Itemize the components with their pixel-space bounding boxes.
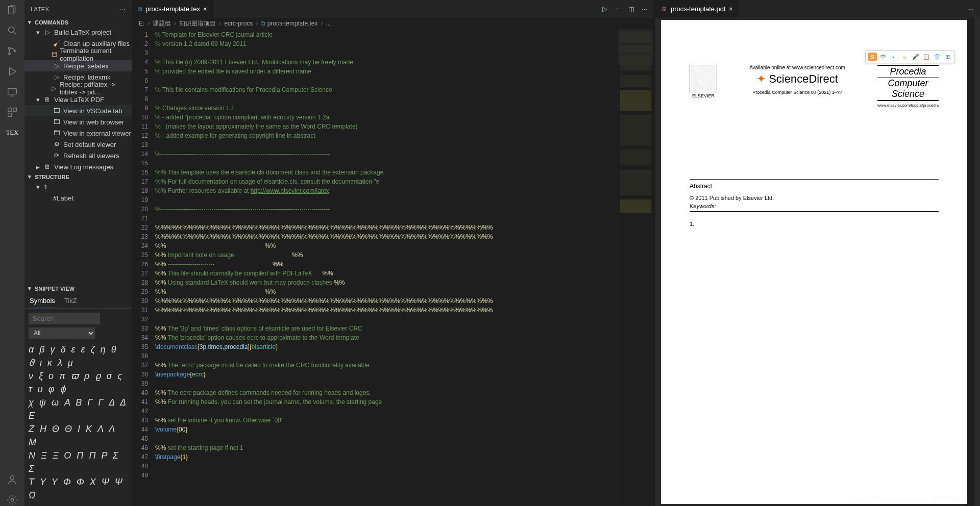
extensions-icon[interactable] (6, 106, 18, 118)
snippet-view: ▾SNIPPET VIEW Symbols TikZ All α β γ δ ε… (24, 284, 132, 506)
minimap[interactable] (618, 29, 653, 506)
breadcrumb-seg[interactable]: ecrc-procs (224, 20, 253, 27)
settings-icon[interactable] (6, 494, 18, 506)
ime-icon[interactable]: S (868, 53, 877, 61)
split-down-icon[interactable]: ⫟ (615, 5, 621, 13)
sidebar-item[interactable]: ⚙Set default viewer (24, 139, 132, 150)
elsevier-logo: ELSEVIER (690, 65, 717, 98)
structure-item[interactable]: #Label: (24, 192, 132, 204)
ime-icon[interactable]: ☺ (900, 53, 909, 61)
activity-bar: TEX (0, 0, 24, 506)
svg-rect-4 (8, 89, 17, 94)
tab-tex[interactable]: ⧉ procs-template.tex × (132, 0, 214, 18)
ime-icon[interactable]: •, (890, 53, 898, 61)
symbol-row[interactable]: ν ξ ο π ϖ ρ ϱ σ ς τ υ φ ϕ (29, 369, 128, 396)
close-icon[interactable]: × (729, 5, 733, 13)
svg-point-2 (9, 53, 11, 55)
svg-point-8 (10, 476, 14, 479)
breadcrumb-seg[interactable]: E: (139, 20, 144, 27)
ime-icon[interactable]: 中 (879, 53, 888, 61)
breadcrumb-seg[interactable]: ... (326, 20, 331, 27)
ime-icon[interactable]: 👕 (933, 53, 941, 61)
sidebar-title: LATEX ··· (24, 0, 132, 18)
journal-ref: Procedia Computer Science 00 (2021) 1–?? (749, 90, 845, 95)
pdf-scrollbar[interactable] (967, 18, 974, 506)
structure-item[interactable]: ▾1 (24, 181, 132, 192)
ime-icon[interactable]: 🎤 (911, 53, 920, 61)
sidebar-item[interactable]: ▾▷Build LaTeX project (24, 27, 132, 38)
svg-rect-7 (8, 113, 11, 116)
sidebar-item[interactable]: ▸🗎View Log messages (24, 161, 132, 172)
sidebar-item[interactable]: ▷Recipe: pdflatex -> bibtex -> pd... (24, 83, 132, 94)
sidebar-item[interactable]: ⟳Refresh all viewers (24, 150, 132, 161)
close-icon[interactable]: × (203, 5, 207, 13)
symbol-row[interactable]: Z H Θ Θ I K Λ Λ M (29, 422, 128, 449)
breadcrumb-seg[interactable]: 课题组 (153, 19, 171, 28)
sidebar-item[interactable]: □Terminate current compilation (24, 49, 132, 60)
line-gutter: 1234567891011121314151617181920212223242… (132, 29, 155, 506)
svg-rect-6 (13, 108, 16, 111)
symbol-row[interactable]: χ ψ ω A B Γ Γ Δ Δ E (29, 396, 128, 422)
snippet-tab-symbols[interactable]: Symbols (30, 295, 55, 308)
available-text: Available online at www.sciencedirect.co… (749, 65, 845, 70)
remote-icon[interactable] (6, 86, 18, 98)
snippet-header[interactable]: ▾SNIPPET VIEW (24, 284, 132, 293)
copyright-text: © 2011 Published by Elsevier Ltd. (690, 195, 939, 201)
page-marker: 1. (690, 221, 939, 227)
procedia-logo: Procedia Computer Science www.elsevier.c… (877, 65, 939, 108)
ime-toolbar[interactable]: S中•,☺🎤📋👕⊞ (865, 50, 955, 63)
structure-header[interactable]: ▾STRUCTURE (24, 172, 132, 181)
tab-pdf[interactable]: 🗎 procs-template.pdf × (655, 0, 739, 18)
abstract-heading: Abstract (690, 183, 939, 190)
sciencedirect-logo: ✦ ScienceDirect (749, 72, 845, 86)
watermark: https://blog.csdn.net/qq_35708047 (851, 495, 966, 503)
sidebar-item[interactable]: 🗔View in web browser (24, 116, 132, 128)
svg-rect-5 (8, 108, 11, 111)
files-icon[interactable] (6, 4, 18, 16)
code-editor[interactable]: % Template for Elsevier CRC journal arti… (155, 29, 618, 506)
pdf-viewport[interactable]: S中•,☺🎤📋👕⊞ ELSEVIER Available online at w… (655, 18, 980, 506)
snippet-search-input[interactable] (29, 313, 100, 324)
symbol-row[interactable]: T Υ Υ Φ Φ X Ψ Ψ Ω (29, 475, 128, 502)
scm-icon[interactable] (6, 45, 18, 57)
split-right-icon[interactable]: ◫ (628, 5, 634, 13)
ime-icon[interactable]: 📋 (922, 53, 930, 61)
run-icon[interactable]: ▷ (602, 5, 607, 13)
editor-actions: ▷ ⫟ ◫ ··· (596, 0, 653, 18)
editor-tabs: ⧉ procs-template.tex × ▷ ⫟ ◫ ··· (132, 0, 653, 18)
symbol-row[interactable]: N Ξ Ξ O Π Π P Σ Σ (29, 449, 128, 475)
tex-file-icon: ⧉ (138, 6, 142, 13)
breadcrumb-seg[interactable]: ⧉ procs-template.tex (261, 20, 317, 27)
sidebar-item[interactable]: 🗔View in external viewer (24, 128, 132, 139)
snippet-filter-select[interactable]: All (29, 327, 95, 339)
tex-icon[interactable]: TEX (6, 127, 18, 139)
more-icon[interactable]: ··· (642, 5, 647, 13)
ime-icon[interactable]: ⊞ (943, 53, 952, 61)
keywords-label: Keywords: (690, 203, 939, 209)
pdf-file-icon: 🗎 (662, 6, 668, 13)
svg-point-0 (9, 27, 14, 33)
svg-point-1 (9, 47, 11, 49)
symbol-row[interactable]: α β γ δ ε ε ζ η θ ϑ ι κ λ μ (29, 343, 128, 369)
commands-header[interactable]: ▾COMMANDS (24, 18, 132, 27)
breadcrumb[interactable]: E: › 课题组 › 知识图谱项目 › ecrc-procs › ⧉ procs… (132, 18, 653, 29)
search-icon[interactable] (6, 24, 18, 37)
account-icon[interactable] (6, 473, 18, 486)
debug-icon[interactable] (6, 65, 18, 78)
sidebar-item[interactable]: 🗔View in VSCode tab (24, 105, 132, 116)
svg-point-9 (11, 498, 14, 501)
more-icon[interactable]: ··· (968, 5, 974, 13)
snippet-tab-tikz[interactable]: TikZ (64, 295, 77, 308)
sidebar: LATEX ··· ▾COMMANDS ▾▷Build LaTeX projec… (24, 0, 132, 506)
pdf-pane: 🗎 procs-template.pdf × ··· S中•,☺🎤📋👕⊞ ELS… (655, 0, 980, 506)
editor-group: ⧉ procs-template.tex × ▷ ⫟ ◫ ··· E: › 课题… (132, 0, 653, 506)
sidebar-more-icon[interactable]: ··· (119, 6, 126, 12)
breadcrumb-seg[interactable]: 知识图谱项目 (179, 19, 216, 28)
pdf-page: S中•,☺🎤📋👕⊞ ELSEVIER Available online at w… (661, 20, 967, 504)
